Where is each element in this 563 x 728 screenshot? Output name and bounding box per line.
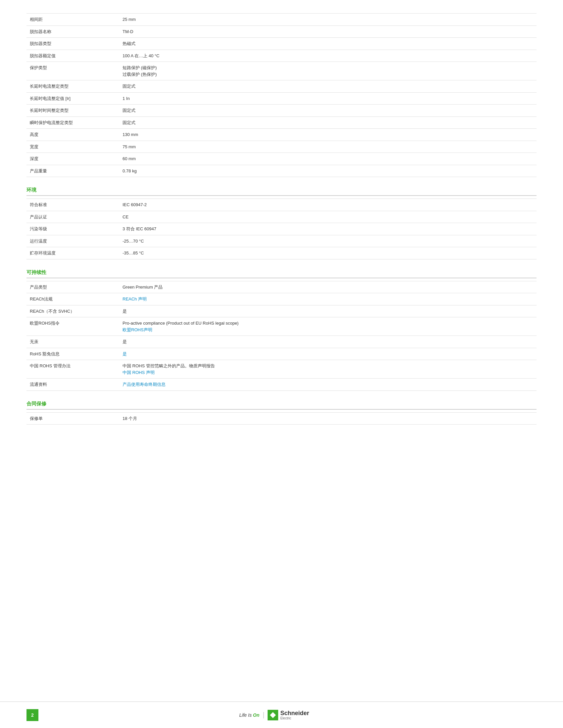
page-number: 2 (26, 709, 38, 721)
row-value: 固定式 (119, 105, 537, 117)
table-row: 中国 ROHS 管理办法中国 ROHS 管控范畴之外的产品。物质声明报告中国 R… (26, 360, 537, 379)
table-row: 长延时电流整定值 [Ir]1 In (26, 92, 537, 105)
row-link[interactable]: 产品使用寿命终期信息 (122, 382, 165, 387)
row-link[interactable]: 欧盟ROHS声明 (122, 327, 152, 332)
table-row: 脱扣器名称TM-D (26, 25, 537, 38)
row-label: 脱扣器名称 (26, 25, 119, 38)
row-value: 是 (119, 348, 537, 360)
row-label: 脱扣器额定值 (26, 50, 119, 62)
table-row: 瞬时保护电流整定类型固定式 (26, 116, 537, 129)
row-link[interactable]: 是 (122, 351, 127, 356)
sustainability-table: 产品类型Green Premium 产品REACh法规REACh 声明REACh… (26, 281, 537, 391)
table-row: 高度130 mm (26, 129, 537, 141)
row-label: 符合标准 (26, 199, 119, 211)
row-value: -35…85 °C (119, 247, 537, 259)
page-content: 相间距25 mm脱扣器名称TM-D脱扣器类型热磁式脱扣器额定值100 A 在…上… (0, 0, 563, 474)
row-value: 130 mm (119, 129, 537, 141)
row-label: 产品认证 (26, 211, 119, 223)
table-row: 污染等级3 符合 IEC 60947 (26, 223, 537, 235)
warranty-section: 合同保修 保修单18 个月 (26, 401, 537, 425)
row-value: 短路保护 (磁保护)过载保护 (热保护) (119, 62, 537, 80)
row-value: 产品使用寿命终期信息 (119, 379, 537, 391)
top-table: 相间距25 mm脱扣器名称TM-D脱扣器类型热磁式脱扣器额定值100 A 在…上… (26, 13, 537, 177)
row-value: 1 In (119, 92, 537, 105)
footer: 2 Life Is On | Schneider Electric (0, 702, 563, 728)
table-row: 长延时时间整定类型固定式 (26, 105, 537, 117)
row-link[interactable]: 中国 ROHS 声明 (122, 370, 155, 375)
row-value: 是 (119, 305, 537, 317)
sustainability-title: 可持续性 (26, 269, 537, 278)
row-value: Green Premium 产品 (119, 281, 537, 293)
row-value: -25…70 °C (119, 235, 537, 247)
footer-separator: | (262, 711, 264, 719)
row-value: Pro-active compliance (Product out of EU… (119, 317, 537, 336)
row-link[interactable]: REACh 声明 (122, 296, 147, 301)
table-row: 脱扣器额定值100 A 在…上 40 °C (26, 50, 537, 62)
row-label: 中国 ROHS 管理办法 (26, 360, 119, 379)
row-label: 宽度 (26, 141, 119, 153)
schneider-logo: Schneider Electric (267, 710, 309, 720)
row-value: 中国 ROHS 管控范畴之外的产品。物质声明报告中国 ROHS 声明 (119, 360, 537, 379)
row-value: 是 (119, 336, 537, 348)
row-label: 保修单 (26, 412, 119, 425)
table-row: 无汞是 (26, 336, 537, 348)
table-row: 产品类型Green Premium 产品 (26, 281, 537, 293)
row-label: 污染等级 (26, 223, 119, 235)
row-label: 产品类型 (26, 281, 119, 293)
table-row: 保修单18 个月 (26, 412, 537, 425)
row-value: 18 个月 (119, 412, 537, 425)
table-row: 深度60 mm (26, 153, 537, 165)
environment-title: 环境 (26, 187, 537, 196)
row-value: 60 mm (119, 153, 537, 165)
row-label: 流通资料 (26, 379, 119, 391)
row-label: 高度 (26, 129, 119, 141)
row-label: 无汞 (26, 336, 119, 348)
table-row: REACh（不含 SVHC）是 (26, 305, 537, 317)
row-value: 0.78 kg (119, 165, 537, 177)
row-label: 保护类型 (26, 62, 119, 80)
footer-center: Life Is On | Schneider Electric (239, 710, 309, 720)
row-label: 瞬时保护电流整定类型 (26, 116, 119, 129)
row-label: 长延时电流整定类型 (26, 80, 119, 93)
row-value: TM-D (119, 25, 537, 38)
row-value: 3 符合 IEC 60947 (119, 223, 537, 235)
table-row: REACh法规REACh 声明 (26, 293, 537, 305)
table-row: 脱扣器类型热磁式 (26, 38, 537, 50)
row-label: REACh（不含 SVHC） (26, 305, 119, 317)
sustainability-section: 可持续性 产品类型Green Premium 产品REACh法规REACh 声明… (26, 269, 537, 391)
row-label: 脱扣器类型 (26, 38, 119, 50)
row-label: 长延时电流整定值 [Ir] (26, 92, 119, 105)
warranty-title: 合同保修 (26, 401, 537, 410)
row-value: 25 mm (119, 14, 537, 26)
row-value: 75 mm (119, 141, 537, 153)
table-row: 符合标准IEC 60947-2 (26, 199, 537, 211)
environment-section: 环境 符合标准IEC 60947-2产品认证CE污染等级3 符合 IEC 609… (26, 187, 537, 259)
row-label: 长延时时间整定类型 (26, 105, 119, 117)
table-row: 产品认证CE (26, 211, 537, 223)
table-row: 运行温度-25…70 °C (26, 235, 537, 247)
schneider-icon-svg (269, 711, 276, 719)
top-section: 相间距25 mm脱扣器名称TM-D脱扣器类型热磁式脱扣器额定值100 A 在…上… (26, 13, 537, 177)
table-row: 宽度75 mm (26, 141, 537, 153)
row-value: 100 A 在…上 40 °C (119, 50, 537, 62)
table-row: 保护类型短路保护 (磁保护)过载保护 (热保护) (26, 62, 537, 80)
environment-table: 符合标准IEC 60947-2产品认证CE污染等级3 符合 IEC 60947运… (26, 199, 537, 259)
life-is-on-text: Life Is On (239, 712, 259, 718)
schneider-name: Schneider (280, 710, 309, 716)
row-label: 欧盟ROHS指令 (26, 317, 119, 336)
row-value: 热磁式 (119, 38, 537, 50)
warranty-table: 保修单18 个月 (26, 412, 537, 425)
table-row: 相间距25 mm (26, 14, 537, 26)
row-label: 运行温度 (26, 235, 119, 247)
row-value: 固定式 (119, 80, 537, 93)
schneider-name-block: Schneider Electric (280, 710, 309, 720)
row-value: CE (119, 211, 537, 223)
schneider-square-icon (267, 710, 278, 720)
row-label: 产品重量 (26, 165, 119, 177)
electric-sub: Electric (280, 717, 309, 720)
row-label: 贮存环境温度 (26, 247, 119, 259)
table-row: RoHS 豁免信息是 (26, 348, 537, 360)
row-value: 固定式 (119, 116, 537, 129)
row-label: 深度 (26, 153, 119, 165)
row-label: RoHS 豁免信息 (26, 348, 119, 360)
